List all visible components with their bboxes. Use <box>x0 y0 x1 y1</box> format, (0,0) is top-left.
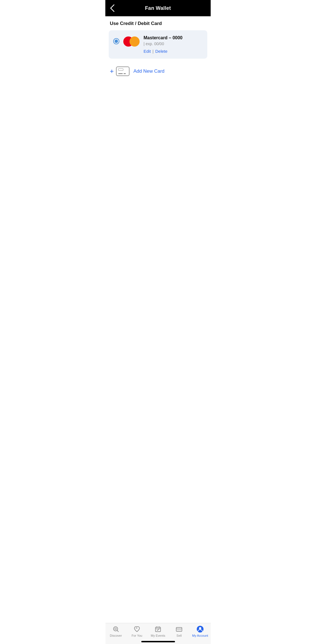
add-new-card-button[interactable]: + Add New Card <box>109 64 207 78</box>
radio-inner-dot <box>115 40 118 43</box>
header: Fan Wallet <box>105 0 211 16</box>
card-item: Mastercard – 0000 exp. 00/00 Edit | Dele… <box>109 30 207 59</box>
card-dots-row <box>118 73 127 74</box>
add-card-label: Add New Card <box>133 68 165 74</box>
card-name: Mastercard – 0000 <box>144 35 203 40</box>
card-expiry: exp. 00/00 <box>144 42 203 46</box>
card-dot-1 <box>118 73 123 74</box>
page-title: Fan Wallet <box>145 5 171 11</box>
card-radio-button[interactable] <box>113 38 119 44</box>
mastercard-logo <box>123 36 140 47</box>
card-actions: Edit | Delete <box>144 49 203 54</box>
plus-icon: + <box>110 68 114 75</box>
back-button[interactable] <box>110 4 115 12</box>
edit-card-button[interactable]: Edit <box>144 49 151 54</box>
delete-card-button[interactable]: Delete <box>155 49 167 54</box>
main-content: Use Credit / Debit Card Mastercard – 000… <box>105 16 211 78</box>
card-dot-2 <box>124 73 126 74</box>
section-title: Use Credit / Debit Card <box>109 21 207 26</box>
card-stripe <box>118 68 123 71</box>
card-info: Mastercard – 0000 exp. 00/00 Edit | Dele… <box>144 35 203 54</box>
card-outline-icon <box>116 67 129 76</box>
add-icon-group: + <box>110 67 129 76</box>
mastercard-orange-circle <box>129 36 140 47</box>
action-divider: | <box>153 49 154 54</box>
